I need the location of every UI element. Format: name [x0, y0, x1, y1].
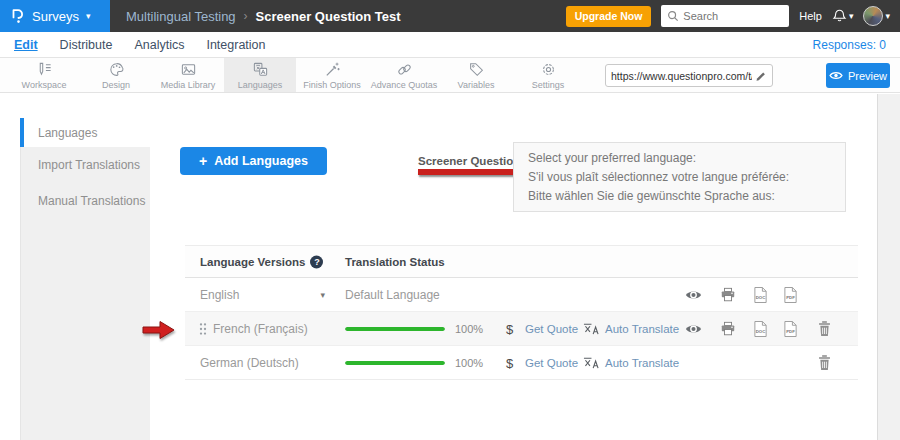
toolbar-item-finish-options[interactable]: Finish Options: [296, 58, 368, 92]
trash-icon: [817, 354, 832, 371]
dollar-icon: $: [506, 321, 513, 336]
sidebar-item-manual-translations[interactable]: Manual Translations: [21, 183, 150, 219]
tab-distribute[interactable]: Distribute: [60, 38, 113, 52]
delete-language-button[interactable]: [817, 320, 832, 337]
edit-pencil-icon[interactable]: [755, 70, 767, 82]
export-pdf-button[interactable]: PDF: [783, 320, 798, 337]
auto-translate-icon: [583, 322, 599, 335]
translation-percent: 100%: [455, 357, 483, 369]
product-switcher[interactable]: Surveys ▾: [0, 0, 110, 32]
auto-translate-link[interactable]: Auto Translate: [605, 323, 679, 335]
chevron-down-icon: ▾: [86, 12, 91, 21]
avatar: [863, 6, 883, 26]
topbar-actions: Upgrade Now Help ▾ ▾: [566, 5, 900, 27]
gear-icon: [540, 61, 557, 78]
toolbar-item-workspace[interactable]: Workspace: [8, 58, 80, 92]
sidebar-item-languages[interactable]: Languages: [20, 118, 150, 147]
toolbar-item-languages[interactable]: Languages: [224, 58, 296, 92]
print-language-button[interactable]: [720, 287, 736, 303]
export-doc-button[interactable]: DOC: [753, 320, 768, 337]
preview-button[interactable]: Preview: [826, 63, 890, 88]
default-language-dropdown[interactable]: English ▾: [200, 288, 325, 302]
magic-wand-icon: [324, 61, 341, 78]
workspace-icon: [36, 61, 53, 78]
search-icon: [667, 10, 679, 22]
breadcrumb-folder[interactable]: Multilingual Testing: [126, 9, 236, 24]
add-languages-button[interactable]: + Add Languages: [180, 147, 327, 175]
right-gutter: [877, 94, 900, 440]
help-icon[interactable]: ?: [310, 255, 323, 268]
topbar: Surveys ▾ Multilingual Testing › Screene…: [0, 0, 900, 32]
eye-icon: [829, 70, 843, 81]
auto-translate-link[interactable]: Auto Translate: [605, 357, 679, 369]
table-row-english: English ▾ Default Language DOC: [185, 278, 858, 312]
palette-icon: [108, 61, 125, 78]
upgrade-now-button[interactable]: Upgrade Now: [566, 6, 652, 27]
responses-count[interactable]: Responses: 0: [813, 38, 886, 52]
image-icon: [180, 61, 197, 78]
toolbar-item-variables[interactable]: Variables: [440, 58, 512, 92]
tab-integration[interactable]: Integration: [206, 38, 265, 52]
printer-icon: [720, 287, 736, 303]
tab-edit[interactable]: Edit: [14, 38, 38, 52]
dollar-icon: $: [506, 355, 513, 370]
printer-icon: [720, 321, 736, 337]
languages-sidebar: Languages Import Translations Manual Tra…: [20, 118, 150, 440]
doc-file-icon: DOC: [753, 320, 768, 337]
screener-line-german: Bitte wählen Sie die gewünschte Sprache …: [528, 187, 831, 206]
plus-icon: +: [199, 153, 207, 169]
global-search[interactable]: [661, 5, 789, 27]
eye-icon: [685, 289, 702, 301]
pdf-file-icon: PDF: [783, 286, 798, 303]
toolbar-item-advance-quotas[interactable]: Advance Quotas: [368, 58, 440, 92]
chevron-down-icon: ▾: [885, 12, 890, 21]
breadcrumb-survey-title: Screener Question Test: [256, 9, 401, 24]
chain-link-icon: [396, 61, 413, 78]
sidebar-item-import-translations[interactable]: Import Translations: [21, 147, 150, 183]
export-pdf-button[interactable]: PDF: [783, 286, 798, 303]
edit-toolbar: Workspace Design Media Library Languages: [0, 58, 900, 93]
survey-url-input[interactable]: [611, 70, 752, 82]
print-language-button[interactable]: [720, 321, 736, 337]
chevron-down-icon: ▾: [320, 290, 325, 300]
view-language-button[interactable]: [685, 323, 702, 335]
svg-text:DOC: DOC: [756, 294, 766, 299]
toolbar-item-media-library[interactable]: Media Library: [152, 58, 224, 92]
red-arrow-annotation: [142, 320, 176, 340]
bell-icon: [832, 8, 847, 24]
column-header-language-versions: Language Versions: [200, 256, 305, 268]
search-input[interactable]: [683, 10, 783, 22]
breadcrumb-separator: ›: [244, 9, 248, 23]
get-quote-link[interactable]: Get Quote: [525, 357, 578, 369]
export-doc-button[interactable]: DOC: [753, 286, 768, 303]
screener-question-label: Screener Question :: [418, 155, 527, 167]
svg-text:PDF: PDF: [786, 328, 795, 333]
notifications-menu[interactable]: ▾: [832, 8, 854, 24]
view-language-button[interactable]: [685, 289, 702, 301]
product-name: Surveys: [32, 9, 79, 24]
help-link[interactable]: Help: [799, 10, 822, 22]
trash-icon: [817, 320, 832, 337]
translation-progress-bar: [345, 327, 445, 331]
toolbar-item-design[interactable]: Design: [80, 58, 152, 92]
table-header-row: Language Versions ? Translation Status: [185, 245, 858, 278]
delete-language-button[interactable]: [817, 354, 832, 371]
screener-line-french: S'il vous plaît sélectionnez votre langu…: [528, 168, 831, 187]
survey-nav: Edit Distribute Analytics Integration Re…: [0, 32, 900, 58]
screener-line-english: Select your preferred language:: [528, 149, 831, 168]
toolbar-item-settings[interactable]: Settings: [512, 58, 584, 92]
tab-analytics[interactable]: Analytics: [134, 38, 184, 52]
chevron-down-icon: ▾: [849, 12, 854, 21]
translate-icon: [252, 61, 269, 78]
translation-percent: 100%: [455, 323, 483, 335]
breadcrumb: Multilingual Testing › Screener Question…: [110, 9, 401, 24]
account-menu[interactable]: ▾: [863, 6, 890, 26]
table-row-german: German (Deutsch) 100% $ Get Quote Auto T…: [185, 346, 858, 380]
language-versions-table: Language Versions ? Translation Status E…: [185, 245, 858, 380]
pdf-file-icon: PDF: [783, 320, 798, 337]
questionpro-logo: [10, 8, 25, 24]
get-quote-link[interactable]: Get Quote: [525, 323, 578, 335]
tag-icon: [468, 61, 485, 78]
drag-handle[interactable]: [199, 322, 207, 336]
doc-file-icon: DOC: [753, 286, 768, 303]
